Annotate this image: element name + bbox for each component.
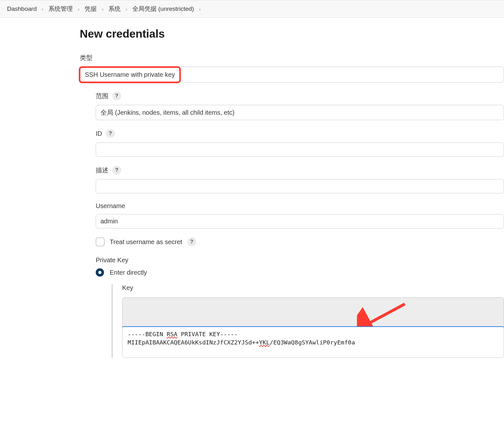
- type-label: 类型: [80, 54, 93, 62]
- chevron-right-icon: ›: [78, 6, 79, 12]
- key-section: Key -----BEGIN RSA PRIVATE KEY-----MIIEp…: [112, 284, 504, 358]
- svg-line-0: [363, 304, 405, 326]
- field-username: Username: [96, 202, 504, 228]
- page-title: New credentials: [80, 27, 504, 40]
- breadcrumb-system[interactable]: 系统: [108, 5, 121, 13]
- field-id: ID ?: [96, 129, 504, 157]
- username-input[interactable]: [96, 214, 504, 228]
- radio-inner: [98, 271, 101, 274]
- breadcrumb: Dashboard › 系统管理 › 凭据 › 系统 › 全局凭据 (unres…: [7, 5, 497, 13]
- chevron-right-icon: ›: [42, 6, 43, 12]
- breadcrumb-credentials[interactable]: 凭据: [85, 5, 97, 13]
- chevron-right-icon: ›: [199, 6, 201, 12]
- content: New credentials 类型 SSH Username with pri…: [0, 18, 504, 380]
- enter-directly-row: Enter directly: [96, 268, 504, 277]
- type-selected-value: SSH Username with private key: [79, 66, 181, 83]
- field-type: 类型 SSH Username with private key: [80, 54, 504, 83]
- description-label: 描述: [96, 166, 108, 175]
- chevron-right-icon: ›: [102, 6, 103, 12]
- breadcrumb-dashboard[interactable]: Dashboard: [7, 5, 37, 12]
- chevron-right-icon: ›: [126, 6, 127, 12]
- scope-label: 范围: [96, 92, 108, 100]
- treat-secret-label: Treat username as secret: [110, 238, 182, 246]
- help-icon[interactable]: ?: [187, 237, 196, 246]
- treat-secret-row: Treat username as secret ?: [96, 237, 504, 246]
- scope-select[interactable]: 全局 (Jenkins, nodes, items, all child ite…: [96, 105, 504, 120]
- enter-directly-label: Enter directly: [110, 269, 147, 276]
- field-private-key: Private Key Enter directly Key -----BEGI…: [96, 257, 504, 358]
- breadcrumb-bar: Dashboard › 系统管理 › 凭据 › 系统 › 全局凭据 (unres…: [0, 0, 504, 18]
- key-textarea[interactable]: -----BEGIN RSA PRIVATE KEY-----MIIEpAIBA…: [122, 326, 504, 358]
- help-icon[interactable]: ?: [112, 166, 121, 175]
- id-label: ID: [96, 130, 102, 137]
- enter-directly-radio[interactable]: [96, 268, 104, 277]
- field-description: 描述 ?: [96, 166, 504, 193]
- username-label: Username: [96, 202, 125, 210]
- id-input[interactable]: [96, 142, 504, 157]
- help-icon[interactable]: ?: [106, 129, 115, 138]
- private-key-label: Private Key: [96, 257, 128, 264]
- treat-secret-checkbox[interactable]: [96, 237, 105, 246]
- key-label: Key: [122, 284, 504, 292]
- key-area: -----BEGIN RSA PRIVATE KEY-----MIIEpAIBA…: [122, 297, 504, 358]
- description-input[interactable]: [96, 179, 504, 193]
- breadcrumb-global-unrestricted[interactable]: 全局凭据 (unrestricted): [132, 5, 194, 13]
- field-scope: 范围 ? 全局 (Jenkins, nodes, items, all chil…: [96, 91, 504, 120]
- type-select[interactable]: SSH Username with private key: [80, 67, 504, 83]
- breadcrumb-system-manage[interactable]: 系统管理: [48, 5, 73, 13]
- help-icon[interactable]: ?: [112, 91, 121, 100]
